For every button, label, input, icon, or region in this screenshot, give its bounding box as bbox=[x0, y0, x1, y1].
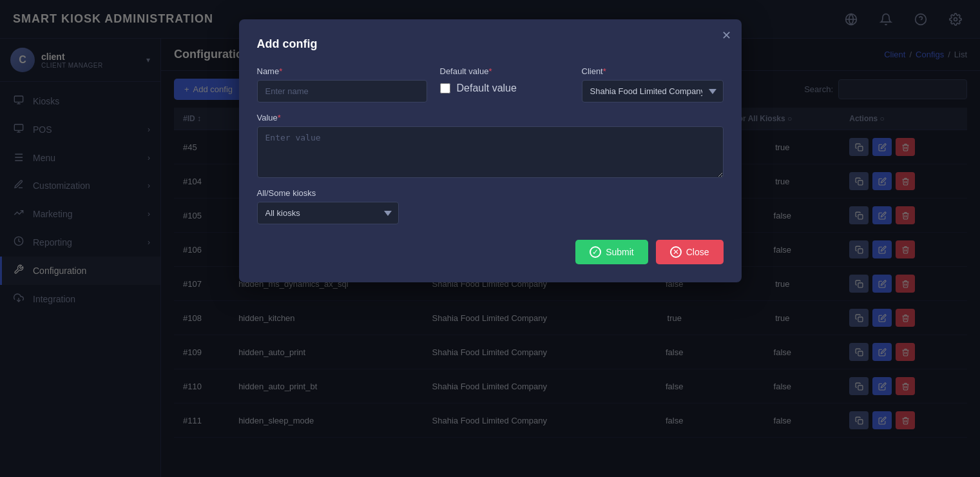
close-circle-icon: ✕ bbox=[670, 246, 682, 258]
form-group-client: Client* Shahia Food Limited Company bbox=[582, 66, 724, 102]
submit-label: Submit bbox=[606, 247, 634, 257]
kiosks-label: All/Some kiosks bbox=[257, 188, 399, 198]
client-select[interactable]: Shahia Food Limited Company bbox=[582, 80, 724, 102]
form-group-value: Value* bbox=[257, 113, 724, 178]
kiosks-select[interactable]: All kiosks Some kiosks bbox=[257, 202, 399, 224]
client-label: Client* bbox=[582, 66, 724, 76]
default-value-checkbox[interactable] bbox=[440, 83, 450, 93]
form-group-default-value: Default value* Default value bbox=[440, 66, 569, 102]
name-label: Name* bbox=[257, 66, 427, 76]
default-value-label: Default value* bbox=[440, 66, 569, 76]
close-label: Close bbox=[686, 247, 709, 257]
modal-overlay: Add config ✕ Name* Default value* Defaul… bbox=[0, 0, 980, 477]
default-value-text: Default value bbox=[457, 83, 517, 94]
submit-check-icon: ✓ bbox=[590, 246, 601, 258]
default-value-row: Default value bbox=[440, 83, 569, 94]
modal-footer: ✓ Submit ✕ Close bbox=[257, 240, 724, 264]
value-textarea[interactable] bbox=[257, 126, 724, 178]
form-group-kiosks: All/Some kiosks All kiosks Some kiosks bbox=[257, 188, 399, 224]
modal-title: Add config bbox=[257, 37, 724, 51]
name-input[interactable] bbox=[257, 80, 427, 102]
form-row-top: Name* Default value* Default value Clien… bbox=[257, 66, 724, 102]
modal-close-x-button[interactable]: ✕ bbox=[722, 28, 731, 43]
add-config-modal: Add config ✕ Name* Default value* Defaul… bbox=[239, 19, 742, 282]
close-modal-button[interactable]: ✕ Close bbox=[656, 240, 724, 264]
value-label: Value* bbox=[257, 113, 724, 122]
form-group-name: Name* bbox=[257, 66, 427, 102]
submit-button[interactable]: ✓ Submit bbox=[575, 240, 648, 264]
